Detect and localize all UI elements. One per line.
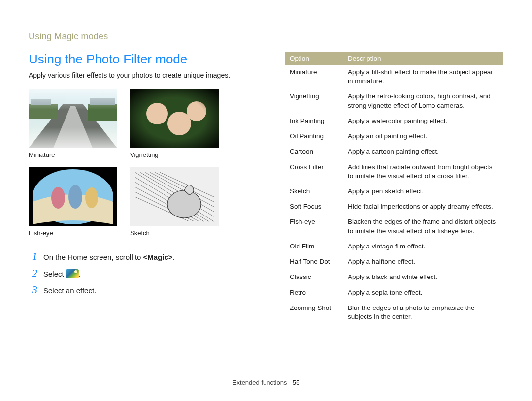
step-text: Select an effect. [43, 284, 96, 296]
step-1-pre: On the Home screen, scroll to [43, 253, 143, 261]
table-row: RetroApply a sepia tone effect. [285, 285, 503, 300]
intro-text: Apply various filter effects to your pho… [29, 71, 265, 80]
cell-description: Apply an oil painting effect. [343, 129, 503, 144]
step-3: 3 Select an effect. [29, 284, 265, 296]
th-description: Description [343, 52, 503, 65]
step-2-pre: Select [43, 270, 66, 278]
cell-option: Miniature [285, 65, 343, 89]
thumb-vignetting [130, 89, 219, 148]
cell-option: Sketch [285, 184, 343, 199]
left-column: Using the Photo Filter mode Apply variou… [29, 52, 265, 324]
caption-fisheye: Fish-eye [29, 229, 117, 237]
sample-row-2: Fish-eye Sketch [29, 167, 265, 237]
cell-option: Half Tone Dot [285, 254, 343, 270]
step-1-post: . [173, 253, 175, 261]
table-row: Old FilmApply a vintage film effect. [285, 239, 503, 254]
svg-point-17 [85, 187, 98, 208]
table-row: Cross FilterAdd lines that radiate outwa… [285, 159, 503, 184]
svg-point-15 [51, 187, 65, 209]
photo-filter-icon [66, 269, 79, 278]
steps-list: 1 On the Home screen, scroll to <Magic>.… [29, 250, 265, 296]
table-row: CartoonApply a cartoon painting effect. [285, 144, 503, 159]
step-2: 2 Select . [29, 267, 265, 279]
cell-option: Retro [285, 285, 343, 300]
running-head: Using Magic modes [29, 31, 503, 42]
cell-description: Apply a pen sketch effect. [343, 184, 503, 199]
svg-rect-12 [130, 89, 219, 148]
caption-miniature: Miniature [29, 151, 117, 158]
manual-page: Using Magic modes Using the Photo Filter… [0, 0, 532, 401]
cell-description: Blacken the edges of the frame and disto… [343, 215, 503, 239]
table-row: Ink PaintingApply a watercolor painting … [285, 113, 503, 128]
cell-option: Old Film [285, 239, 343, 254]
page-number: 55 [293, 379, 299, 386]
step-number: 1 [29, 250, 37, 262]
content-columns: Using the Photo Filter mode Apply variou… [29, 52, 503, 324]
cell-option: Soft Focus [285, 199, 343, 215]
svg-rect-7 [29, 89, 117, 148]
table-row: ClassicApply a black and white effect. [285, 270, 503, 285]
section-title: Using the Photo Filter mode [29, 52, 265, 67]
table-header-row: Option Description [285, 52, 503, 65]
cell-option: Zooming Shot [285, 300, 343, 324]
step-text: On the Home screen, scroll to <Magic>. [43, 250, 175, 262]
svg-point-19 [167, 190, 201, 218]
cell-option: Cross Filter [285, 159, 343, 184]
cell-description: Apply a black and white effect. [343, 270, 503, 285]
caption-vignetting: Vignetting [130, 151, 219, 158]
cell-option: Cartoon [285, 144, 343, 159]
svg-point-16 [68, 185, 82, 209]
page-footer: Extended functions 55 [0, 379, 532, 386]
table-row: SketchApply a pen sketch effect. [285, 184, 503, 199]
cell-option: Vignetting [285, 89, 343, 113]
th-option: Option [285, 52, 343, 65]
table-row: VignettingApply the retro-looking colors… [285, 89, 503, 113]
sample-miniature: Miniature [29, 89, 117, 158]
cell-option: Classic [285, 270, 343, 285]
cell-option: Fish-eye [285, 215, 343, 239]
step-1: 1 On the Home screen, scroll to <Magic>. [29, 250, 265, 262]
cell-description: Apply a cartoon painting effect. [343, 144, 503, 159]
table-row: MiniatureApply a tilt-shift effect to ma… [285, 65, 503, 89]
sample-vignetting: Vignetting [130, 89, 219, 158]
step-2-post: . [79, 270, 81, 278]
step-number: 2 [29, 267, 37, 279]
thumb-sketch [130, 167, 219, 226]
cell-description: Apply a tilt-shift effect to make the su… [343, 65, 503, 89]
cell-description: Add lines that radiate outward from brig… [343, 159, 503, 184]
cell-description: Apply a sepia tone effect. [343, 285, 503, 300]
step-text: Select . [43, 267, 81, 279]
caption-sketch: Sketch [130, 229, 219, 237]
cell-description: Apply a halftone effect. [343, 254, 503, 270]
sample-row-1: Miniature [29, 89, 265, 158]
cell-option: Oil Painting [285, 129, 343, 144]
footer-label: Extended functions [233, 379, 287, 386]
table-row: Zooming ShotBlur the edges of a photo to… [285, 300, 503, 324]
cell-option: Ink Painting [285, 113, 343, 128]
cell-description: Hide facial imperfections or apply dream… [343, 199, 503, 215]
thumb-fisheye [29, 167, 117, 226]
cell-description: Apply the retro-looking colors, high con… [343, 89, 503, 113]
thumb-miniature [29, 89, 117, 148]
step-1-bold: <Magic> [143, 253, 173, 261]
table-row: Soft FocusHide facial imperfections or a… [285, 199, 503, 215]
step-number: 3 [29, 284, 37, 296]
cell-description: Blur the edges of a photo to emphasize t… [343, 300, 503, 324]
table-row: Fish-eyeBlacken the edges of the frame a… [285, 215, 503, 239]
cell-description: Apply a vintage film effect. [343, 239, 503, 254]
sample-sketch: Sketch [130, 167, 219, 237]
sample-fisheye: Fish-eye [29, 167, 117, 237]
step-3-pre: Select an effect. [43, 286, 96, 295]
cell-description: Apply a watercolor painting effect. [343, 113, 503, 128]
right-column: Option Description MiniatureApply a tilt… [285, 52, 503, 324]
table-row: Half Tone DotApply a halftone effect. [285, 254, 503, 270]
table-row: Oil PaintingApply an oil painting effect… [285, 129, 503, 144]
options-table: Option Description MiniatureApply a tilt… [285, 52, 503, 324]
